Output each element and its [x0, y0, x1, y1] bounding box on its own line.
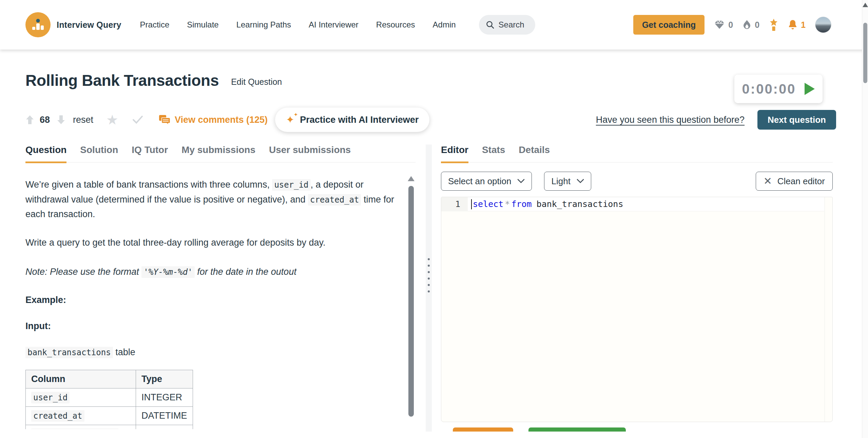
- tab-iq-tutor[interactable]: IQ Tutor: [132, 145, 168, 163]
- get-coaching-button[interactable]: Get coaching: [633, 15, 705, 35]
- save-question-button[interactable]: ★: [106, 113, 118, 127]
- chevron-down-icon: [577, 179, 584, 184]
- nav-item-simulate[interactable]: Simulate: [187, 20, 218, 30]
- tab-details[interactable]: Details: [519, 145, 550, 163]
- sql-operator: *: [503, 199, 511, 209]
- user-avatar[interactable]: [815, 17, 831, 33]
- run-code-button[interactable]: [453, 427, 513, 432]
- tab-user-submissions[interactable]: User submissions: [269, 145, 351, 163]
- next-question-button[interactable]: Next question: [757, 110, 836, 130]
- question-paragraph-1: We’re given a table of bank transactions…: [25, 177, 395, 222]
- question-actions: 68 reset ★ View comments (125) ✦✦ Practi…: [0, 107, 868, 132]
- schema-header-row: Column Type: [26, 370, 193, 388]
- submit-code-button[interactable]: [528, 427, 626, 432]
- upvote-button[interactable]: [25, 115, 34, 125]
- text-cursor: [471, 199, 472, 209]
- actions-right: Have you seen this question before? Next…: [596, 110, 836, 130]
- chevron-down-icon: [517, 179, 525, 184]
- timer-play-button[interactable]: [805, 83, 815, 95]
- schema-cell-type: INTEGER: [136, 388, 193, 407]
- search-input[interactable]: Search: [479, 15, 535, 35]
- code-line-1[interactable]: select * from bank_transactions: [468, 197, 824, 211]
- search-icon: [486, 20, 495, 29]
- schema-cell-column: transaction_value: [31, 429, 119, 429]
- schema-cell-type: FLOAT: [136, 425, 193, 429]
- mark-complete-button[interactable]: [132, 115, 143, 125]
- streak-count: 0: [755, 20, 759, 30]
- sql-identifier: bank_transactions: [537, 199, 623, 209]
- question-paragraph-2: Write a query to get the total three-day…: [25, 235, 395, 250]
- flame-icon: [742, 20, 751, 30]
- seen-before-link[interactable]: Have you seen this question before?: [596, 115, 745, 125]
- editor-panel: Editor Stats Details Select an option Li…: [441, 145, 833, 432]
- panel-gap: [432, 145, 441, 432]
- navbar-right: Get coaching 0 0: [633, 15, 831, 35]
- streak-counter[interactable]: 0: [742, 20, 759, 30]
- question-tabs: Question Solution IQ Tutor My submission…: [25, 145, 416, 163]
- line-number: 1: [441, 197, 468, 211]
- nav-item-resources[interactable]: Resources: [376, 20, 415, 30]
- view-comments-link[interactable]: View comments (125): [158, 114, 268, 125]
- primary-nav: Practice Simulate Learning Paths AI Inte…: [140, 20, 456, 30]
- schema-cell-type: DATETIME: [136, 407, 193, 425]
- sparkles-icon: ✦✦: [286, 115, 294, 125]
- table-row: user_id INTEGER: [26, 388, 193, 407]
- notifications-button[interactable]: 1: [788, 19, 806, 30]
- nav-item-practice[interactable]: Practice: [140, 20, 170, 30]
- page-scrollbar[interactable]: [862, 0, 868, 438]
- tab-question[interactable]: Question: [25, 145, 66, 163]
- language-select[interactable]: Select an option: [441, 172, 532, 191]
- question-scrollbar[interactable]: [407, 176, 415, 427]
- upvote-arrow-icon: [25, 115, 34, 125]
- gem-icon: [714, 20, 725, 30]
- editor-toolbar: Select an option Light ✕ Clean editor: [441, 172, 833, 191]
- view-comments-label: View comments (125): [175, 115, 268, 125]
- sql-keyword: select: [473, 199, 503, 209]
- schema-header-type: Type: [136, 370, 193, 388]
- question-scrollbar-thumb[interactable]: [408, 186, 414, 417]
- downvote-button[interactable]: [57, 115, 65, 125]
- tab-my-submissions[interactable]: My submissions: [181, 145, 255, 163]
- question-body: We’re given a table of bank transactions…: [25, 163, 416, 429]
- edit-question-link[interactable]: Edit Question: [231, 77, 282, 87]
- rank-star-icon: [769, 18, 778, 31]
- input-table-name: bank_transactions table: [25, 347, 395, 358]
- clean-editor-button[interactable]: ✕ Clean editor: [756, 172, 833, 191]
- created-at-code: created_at: [308, 194, 361, 206]
- tab-solution[interactable]: Solution: [80, 145, 118, 163]
- editor-tabs: Editor Stats Details: [441, 145, 833, 163]
- top-navbar: Interview Query Practice Simulate Learni…: [0, 0, 868, 50]
- nav-item-learning-paths[interactable]: Learning Paths: [236, 20, 291, 30]
- search-label: Search: [499, 20, 524, 30]
- rank-badge-button[interactable]: [769, 18, 778, 31]
- scroll-up-arrow-icon[interactable]: [408, 176, 414, 181]
- user-id-code: user_id: [272, 179, 310, 191]
- gem-count: 0: [728, 20, 733, 30]
- reset-vote-link[interactable]: reset: [73, 115, 93, 125]
- panel-resize-handle[interactable]: [426, 145, 432, 432]
- page-title: Rolling Bank Transactions: [25, 71, 219, 90]
- input-heading: Input:: [25, 321, 395, 331]
- nav-item-ai-interviewer[interactable]: AI Interviewer: [309, 20, 359, 30]
- page-scrollbar-thumb[interactable]: [863, 23, 867, 83]
- timer-value: 0:00:00: [742, 81, 796, 97]
- brand-name[interactable]: Interview Query: [57, 20, 121, 30]
- close-icon: ✕: [764, 176, 772, 186]
- tab-stats[interactable]: Stats: [482, 145, 505, 163]
- table-row: created_at DATETIME: [26, 407, 193, 425]
- downvote-arrow-icon: [57, 115, 65, 125]
- interview-query-logo[interactable]: [25, 12, 51, 37]
- check-icon: [132, 115, 143, 125]
- practice-ai-interviewer-button[interactable]: ✦✦ Practice with AI Interviewer: [275, 108, 429, 132]
- schema-cell-column: created_at: [31, 410, 84, 422]
- language-select-value: Select an option: [448, 176, 511, 187]
- upvote-count: 68: [40, 115, 50, 125]
- notification-count: 1: [801, 20, 806, 30]
- scroll-up-arrow-icon[interactable]: [863, 3, 868, 7]
- nav-item-admin[interactable]: Admin: [433, 20, 456, 30]
- code-editor[interactable]: 1 select * from bank_transactions: [441, 197, 833, 422]
- gem-counter[interactable]: 0: [714, 20, 733, 30]
- theme-select[interactable]: Light: [544, 172, 591, 191]
- schema-header-column: Column: [26, 370, 136, 388]
- tab-editor[interactable]: Editor: [441, 145, 468, 163]
